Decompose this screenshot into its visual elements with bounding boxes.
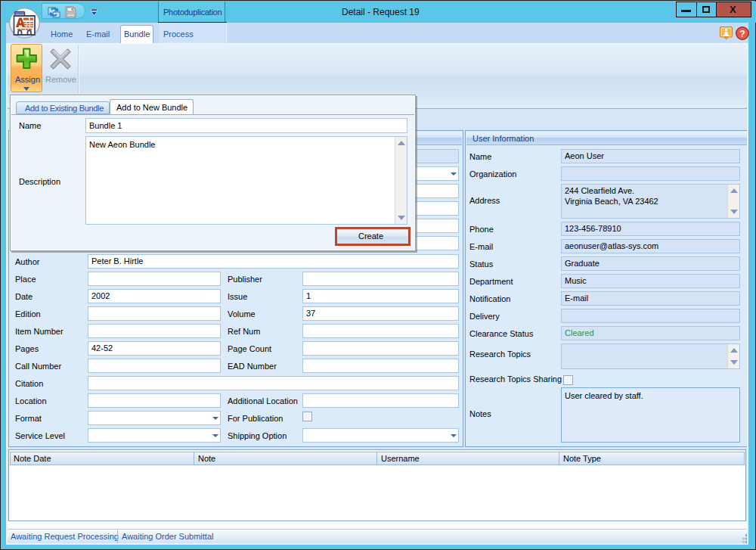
svg-text:?: ? xyxy=(739,29,745,39)
